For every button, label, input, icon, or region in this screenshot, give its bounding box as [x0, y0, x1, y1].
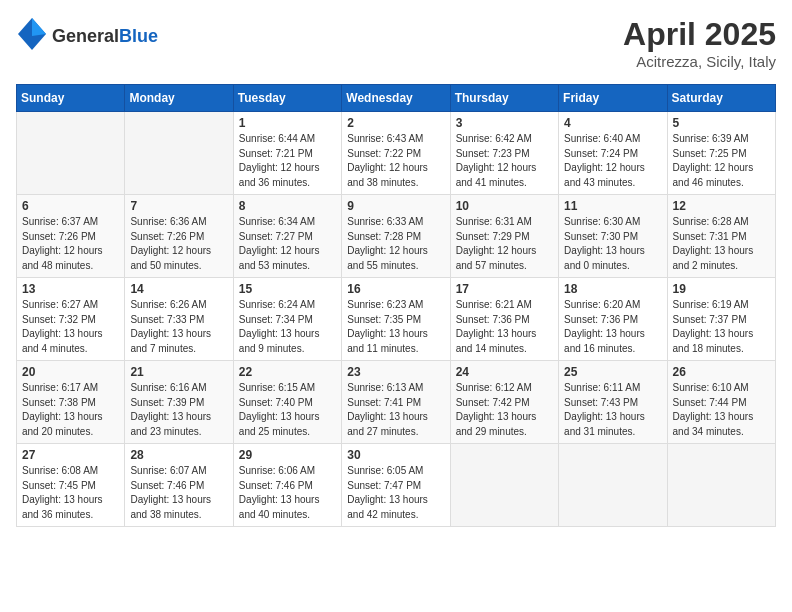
day-number: 18 — [564, 282, 661, 296]
calendar-cell: 21Sunrise: 6:16 AM Sunset: 7:39 PM Dayli… — [125, 361, 233, 444]
day-info: Sunrise: 6:11 AM Sunset: 7:43 PM Dayligh… — [564, 381, 661, 439]
day-number: 21 — [130, 365, 227, 379]
day-number: 11 — [564, 199, 661, 213]
day-info: Sunrise: 6:10 AM Sunset: 7:44 PM Dayligh… — [673, 381, 770, 439]
weekday-header: Monday — [125, 85, 233, 112]
calendar-cell: 1Sunrise: 6:44 AM Sunset: 7:21 PM Daylig… — [233, 112, 341, 195]
calendar-cell: 16Sunrise: 6:23 AM Sunset: 7:35 PM Dayli… — [342, 278, 450, 361]
calendar-cell: 29Sunrise: 6:06 AM Sunset: 7:46 PM Dayli… — [233, 444, 341, 527]
logo-icon — [16, 16, 48, 56]
calendar-header-row: SundayMondayTuesdayWednesdayThursdayFrid… — [17, 85, 776, 112]
logo-blue-text: Blue — [119, 26, 158, 46]
day-info: Sunrise: 6:13 AM Sunset: 7:41 PM Dayligh… — [347, 381, 444, 439]
day-info: Sunrise: 6:44 AM Sunset: 7:21 PM Dayligh… — [239, 132, 336, 190]
day-info: Sunrise: 6:05 AM Sunset: 7:47 PM Dayligh… — [347, 464, 444, 522]
day-info: Sunrise: 6:37 AM Sunset: 7:26 PM Dayligh… — [22, 215, 119, 273]
calendar-cell: 30Sunrise: 6:05 AM Sunset: 7:47 PM Dayli… — [342, 444, 450, 527]
weekday-header: Sunday — [17, 85, 125, 112]
weekday-header: Saturday — [667, 85, 775, 112]
day-number: 20 — [22, 365, 119, 379]
calendar-cell: 7Sunrise: 6:36 AM Sunset: 7:26 PM Daylig… — [125, 195, 233, 278]
day-info: Sunrise: 6:20 AM Sunset: 7:36 PM Dayligh… — [564, 298, 661, 356]
day-number: 15 — [239, 282, 336, 296]
day-number: 29 — [239, 448, 336, 462]
month-title: April 2025 — [623, 16, 776, 53]
day-info: Sunrise: 6:33 AM Sunset: 7:28 PM Dayligh… — [347, 215, 444, 273]
day-number: 27 — [22, 448, 119, 462]
day-number: 1 — [239, 116, 336, 130]
day-info: Sunrise: 6:27 AM Sunset: 7:32 PM Dayligh… — [22, 298, 119, 356]
calendar-cell: 12Sunrise: 6:28 AM Sunset: 7:31 PM Dayli… — [667, 195, 775, 278]
day-info: Sunrise: 6:31 AM Sunset: 7:29 PM Dayligh… — [456, 215, 553, 273]
calendar-cell: 13Sunrise: 6:27 AM Sunset: 7:32 PM Dayli… — [17, 278, 125, 361]
day-number: 30 — [347, 448, 444, 462]
logo-text: GeneralBlue — [52, 26, 158, 47]
calendar-cell: 24Sunrise: 6:12 AM Sunset: 7:42 PM Dayli… — [450, 361, 558, 444]
calendar-cell: 25Sunrise: 6:11 AM Sunset: 7:43 PM Dayli… — [559, 361, 667, 444]
calendar-cell: 4Sunrise: 6:40 AM Sunset: 7:24 PM Daylig… — [559, 112, 667, 195]
calendar-week-row: 6Sunrise: 6:37 AM Sunset: 7:26 PM Daylig… — [17, 195, 776, 278]
weekday-header: Tuesday — [233, 85, 341, 112]
calendar-cell: 8Sunrise: 6:34 AM Sunset: 7:27 PM Daylig… — [233, 195, 341, 278]
calendar-cell: 28Sunrise: 6:07 AM Sunset: 7:46 PM Dayli… — [125, 444, 233, 527]
weekday-header: Wednesday — [342, 85, 450, 112]
day-info: Sunrise: 6:12 AM Sunset: 7:42 PM Dayligh… — [456, 381, 553, 439]
day-number: 26 — [673, 365, 770, 379]
day-number: 2 — [347, 116, 444, 130]
day-number: 3 — [456, 116, 553, 130]
calendar-cell: 26Sunrise: 6:10 AM Sunset: 7:44 PM Dayli… — [667, 361, 775, 444]
calendar-cell: 23Sunrise: 6:13 AM Sunset: 7:41 PM Dayli… — [342, 361, 450, 444]
day-info: Sunrise: 6:15 AM Sunset: 7:40 PM Dayligh… — [239, 381, 336, 439]
day-info: Sunrise: 6:17 AM Sunset: 7:38 PM Dayligh… — [22, 381, 119, 439]
calendar-cell: 20Sunrise: 6:17 AM Sunset: 7:38 PM Dayli… — [17, 361, 125, 444]
day-info: Sunrise: 6:34 AM Sunset: 7:27 PM Dayligh… — [239, 215, 336, 273]
title-block: April 2025 Acitrezza, Sicily, Italy — [623, 16, 776, 70]
day-number: 8 — [239, 199, 336, 213]
day-info: Sunrise: 6:36 AM Sunset: 7:26 PM Dayligh… — [130, 215, 227, 273]
day-number: 6 — [22, 199, 119, 213]
calendar-cell — [17, 112, 125, 195]
calendar-cell: 17Sunrise: 6:21 AM Sunset: 7:36 PM Dayli… — [450, 278, 558, 361]
calendar-cell — [667, 444, 775, 527]
day-info: Sunrise: 6:19 AM Sunset: 7:37 PM Dayligh… — [673, 298, 770, 356]
calendar-cell: 10Sunrise: 6:31 AM Sunset: 7:29 PM Dayli… — [450, 195, 558, 278]
day-info: Sunrise: 6:40 AM Sunset: 7:24 PM Dayligh… — [564, 132, 661, 190]
day-info: Sunrise: 6:23 AM Sunset: 7:35 PM Dayligh… — [347, 298, 444, 356]
day-number: 4 — [564, 116, 661, 130]
day-number: 23 — [347, 365, 444, 379]
day-number: 28 — [130, 448, 227, 462]
day-info: Sunrise: 6:24 AM Sunset: 7:34 PM Dayligh… — [239, 298, 336, 356]
day-number: 24 — [456, 365, 553, 379]
day-info: Sunrise: 6:42 AM Sunset: 7:23 PM Dayligh… — [456, 132, 553, 190]
calendar-cell — [450, 444, 558, 527]
calendar-cell: 2Sunrise: 6:43 AM Sunset: 7:22 PM Daylig… — [342, 112, 450, 195]
day-info: Sunrise: 6:16 AM Sunset: 7:39 PM Dayligh… — [130, 381, 227, 439]
page-header: GeneralBlue April 2025 Acitrezza, Sicily… — [16, 16, 776, 70]
weekday-header: Thursday — [450, 85, 558, 112]
day-info: Sunrise: 6:39 AM Sunset: 7:25 PM Dayligh… — [673, 132, 770, 190]
calendar-week-row: 27Sunrise: 6:08 AM Sunset: 7:45 PM Dayli… — [17, 444, 776, 527]
calendar-week-row: 20Sunrise: 6:17 AM Sunset: 7:38 PM Dayli… — [17, 361, 776, 444]
location-subtitle: Acitrezza, Sicily, Italy — [623, 53, 776, 70]
day-info: Sunrise: 6:06 AM Sunset: 7:46 PM Dayligh… — [239, 464, 336, 522]
day-info: Sunrise: 6:08 AM Sunset: 7:45 PM Dayligh… — [22, 464, 119, 522]
calendar-cell: 15Sunrise: 6:24 AM Sunset: 7:34 PM Dayli… — [233, 278, 341, 361]
day-info: Sunrise: 6:43 AM Sunset: 7:22 PM Dayligh… — [347, 132, 444, 190]
day-number: 22 — [239, 365, 336, 379]
logo: GeneralBlue — [16, 16, 158, 56]
calendar-cell — [559, 444, 667, 527]
day-info: Sunrise: 6:07 AM Sunset: 7:46 PM Dayligh… — [130, 464, 227, 522]
calendar-cell: 3Sunrise: 6:42 AM Sunset: 7:23 PM Daylig… — [450, 112, 558, 195]
calendar-cell: 19Sunrise: 6:19 AM Sunset: 7:37 PM Dayli… — [667, 278, 775, 361]
calendar-cell: 22Sunrise: 6:15 AM Sunset: 7:40 PM Dayli… — [233, 361, 341, 444]
calendar-cell: 6Sunrise: 6:37 AM Sunset: 7:26 PM Daylig… — [17, 195, 125, 278]
day-number: 14 — [130, 282, 227, 296]
day-number: 10 — [456, 199, 553, 213]
day-info: Sunrise: 6:26 AM Sunset: 7:33 PM Dayligh… — [130, 298, 227, 356]
day-info: Sunrise: 6:28 AM Sunset: 7:31 PM Dayligh… — [673, 215, 770, 273]
day-info: Sunrise: 6:30 AM Sunset: 7:30 PM Dayligh… — [564, 215, 661, 273]
calendar-week-row: 13Sunrise: 6:27 AM Sunset: 7:32 PM Dayli… — [17, 278, 776, 361]
day-number: 19 — [673, 282, 770, 296]
calendar-cell: 27Sunrise: 6:08 AM Sunset: 7:45 PM Dayli… — [17, 444, 125, 527]
day-number: 25 — [564, 365, 661, 379]
